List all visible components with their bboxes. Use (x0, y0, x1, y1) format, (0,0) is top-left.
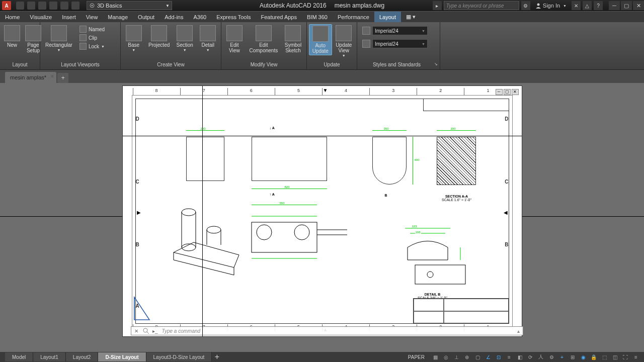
isolate-icon[interactable]: ◫ (610, 352, 620, 361)
panel-title: Create View (123, 61, 219, 68)
transparency-icon[interactable]: ◧ (515, 352, 525, 361)
dimension-style-combo[interactable]: Imperial24▼ (372, 26, 428, 35)
hardware-icon[interactable]: ⬚ (599, 352, 609, 361)
tab-featured[interactable]: Featured Apps (256, 12, 302, 22)
base-view-button[interactable]: Base▼ (123, 24, 144, 53)
close-icon[interactable]: ✕ (50, 74, 54, 79)
command-history-button[interactable]: ▴ (514, 328, 523, 334)
new-icon[interactable] (16, 2, 24, 10)
tab-bim360[interactable]: BIM 360 (302, 12, 333, 22)
std-icon (362, 27, 370, 35)
dyn-icon[interactable]: ⊡ (494, 352, 504, 361)
cloud-icon[interactable]: △ (583, 1, 592, 10)
update-view-button[interactable]: Update View▼ (333, 24, 355, 58)
signin-button[interactable]: Sign In▼ (532, 3, 570, 9)
search-input[interactable]: Type a keyword or phrase (444, 1, 519, 10)
otrack-icon[interactable]: ∠ (483, 352, 493, 361)
viewport-close-button[interactable]: ✕ (512, 89, 519, 95)
annotation-style-combo[interactable]: Imperial24▼ (372, 39, 428, 48)
open-icon[interactable] (27, 2, 35, 10)
app-icon[interactable]: A (2, 1, 11, 10)
layout-tab[interactable]: D-Size Layout (98, 352, 146, 361)
monitor-icon[interactable]: + (557, 352, 567, 361)
dimension: 820 (284, 186, 290, 189)
quickprops-icon[interactable]: ◉ (578, 352, 588, 361)
projected-view-button[interactable]: Projected (145, 24, 172, 49)
ucs-icon (132, 292, 152, 322)
grid-icon[interactable]: ▦ (430, 352, 440, 361)
tab-visualize[interactable]: Visualize (25, 12, 57, 22)
maximize-button[interactable]: ▢ (621, 1, 632, 10)
lock-ui-icon[interactable]: 🔒 (589, 352, 599, 361)
layout-tab[interactable]: Layout1 (33, 352, 66, 361)
panel-title[interactable]: Styles and Standards ↘ (359, 61, 438, 68)
units-icon[interactable]: ⊞ (568, 352, 578, 361)
undo-icon[interactable] (60, 2, 68, 10)
tab-insert[interactable]: Insert (57, 12, 81, 22)
workspace-label: 3D Basics (97, 3, 122, 9)
tab-express[interactable]: Express Tools (211, 12, 256, 22)
detail-icon (200, 25, 216, 41)
named-viewport-button[interactable]: Named (77, 25, 107, 33)
layout-tab[interactable]: Layout3-D-Size Layout (146, 352, 212, 361)
dimension: 400 (414, 158, 420, 161)
redo-icon[interactable] (71, 2, 79, 10)
workspace-selector[interactable]: 3D Basics ▼ (87, 1, 172, 10)
save-icon[interactable] (38, 2, 46, 10)
close-button[interactable]: ✕ (633, 1, 644, 10)
minimize-button[interactable]: ─ (609, 1, 620, 10)
close-icon[interactable]: ✕ (131, 328, 141, 334)
tab-a360[interactable]: A360 (188, 12, 211, 22)
section-view-button[interactable]: Section▼ (174, 24, 196, 53)
lineweight-icon[interactable]: ≡ (504, 352, 514, 361)
keytips-icon[interactable]: ▸ (433, 1, 442, 10)
cycling-icon[interactable]: ⟳ (525, 352, 535, 361)
space-toggle-button[interactable]: PAPER (405, 354, 428, 360)
edit-components-button[interactable]: Edit Components (247, 24, 281, 54)
polar-icon[interactable]: ⊕ (462, 352, 472, 361)
tab-home[interactable]: Home (0, 12, 25, 22)
document-tab[interactable]: mesin amplas*✕ (5, 72, 56, 83)
drawing-view-front (186, 137, 224, 181)
new-layout-button[interactable]: New (2, 24, 22, 49)
ortho-icon[interactable]: ⊥ (451, 352, 461, 361)
symbol-sketch-button[interactable]: Symbol Sketch (282, 24, 304, 54)
layout-tabs-bar: Model Layout1 Layout2 D-Size Layout Layo… (0, 352, 644, 362)
infocenter-icon[interactable]: ⚙ (521, 1, 530, 10)
edit-view-button[interactable]: Edit View (223, 24, 246, 54)
panel-title: Update (309, 61, 355, 68)
tab-view[interactable]: View (81, 12, 103, 22)
cleanscreen-icon[interactable]: ⛶ (620, 352, 630, 361)
rectangular-viewport-button[interactable]: Rectangular▼ (42, 24, 75, 53)
layout-tab-model[interactable]: Model (5, 352, 33, 361)
command-input[interactable]: Type a command (160, 328, 514, 334)
add-layout-button[interactable]: + (212, 352, 222, 361)
crosshair (518, 216, 644, 217)
workspace-icon[interactable]: ⚙ (546, 352, 556, 361)
new-document-button[interactable]: + (57, 73, 68, 83)
tab-manage[interactable]: Manage (103, 12, 133, 22)
drawing-view-section (437, 137, 476, 185)
tab-performance[interactable]: Performance (333, 12, 374, 22)
detail-view-button[interactable]: Detail▼ (197, 24, 219, 53)
svg-point-3 (182, 209, 196, 216)
svg-point-7 (207, 226, 221, 233)
osnap-icon[interactable]: ▢ (472, 352, 482, 361)
auto-update-button[interactable]: Auto Update (309, 24, 332, 55)
annotation-icon[interactable]: 人 (536, 352, 546, 361)
tab-extra-icon[interactable]: ▦ ▾ (401, 12, 421, 22)
layout-tab[interactable]: Layout2 (66, 352, 99, 361)
exchange-icon[interactable]: ✕ (572, 1, 581, 10)
help-icon[interactable]: ? (594, 1, 603, 10)
tab-addins[interactable]: Add-ins (159, 12, 188, 22)
lock-viewport-button[interactable]: Lock ▼ (77, 42, 107, 50)
tab-output[interactable]: Output (133, 12, 159, 22)
snap-icon[interactable]: ◎ (441, 352, 451, 361)
section-label: SECTION A-ASCALE 1.6" = 1'-0" (437, 195, 477, 202)
command-line[interactable]: ✕ ▸_ Type a command ▴ (131, 326, 523, 335)
customize-icon[interactable]: ≡ (631, 352, 641, 361)
clip-viewport-button[interactable]: Clip (77, 34, 107, 42)
plot-icon[interactable] (49, 2, 57, 10)
drawing-canvas[interactable]: ─ ▢ ✕ 87654321 87654321 D C B A D C B A (0, 83, 644, 339)
tab-layout[interactable]: Layout (374, 12, 401, 22)
